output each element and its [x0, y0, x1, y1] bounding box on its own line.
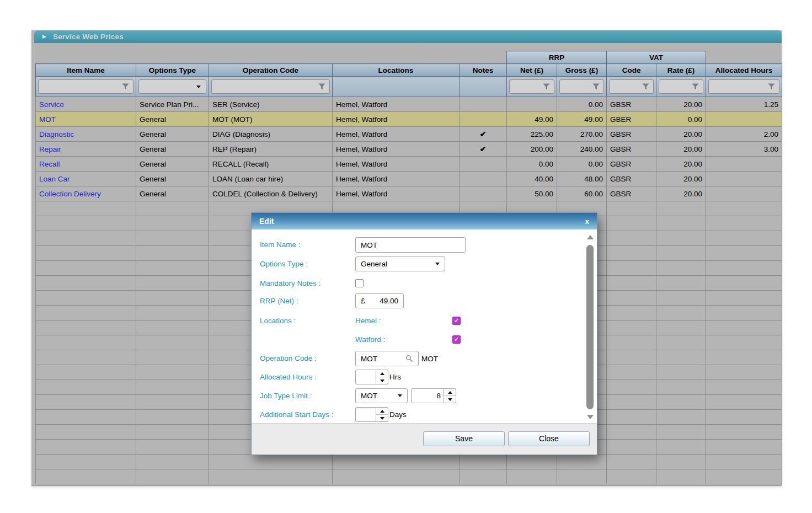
spin-up-icon[interactable]	[376, 408, 388, 414]
col-header-item-name[interactable]: Item Name	[36, 64, 136, 77]
item-link[interactable]: Service	[39, 100, 64, 109]
hemel-label: Hemel :	[355, 317, 381, 325]
spin-down-icon[interactable]	[376, 377, 388, 384]
operation-code-label: Operation Code :	[260, 351, 317, 366]
save-button[interactable]: Save	[423, 431, 505, 446]
col-header-net[interactable]: Net (£)	[507, 64, 557, 77]
cell-net: 200.00	[507, 142, 557, 157]
filter-gross-input[interactable]	[559, 79, 604, 94]
table-row[interactable]: Loan CarGeneralLOAN (Loan car hire)Hemel…	[36, 172, 782, 186]
filter-vat-code-input[interactable]	[609, 79, 654, 94]
allocated-hours-input[interactable]	[355, 370, 376, 384]
table-row[interactable]: MOTGeneralMOT (MOT)Hemel, Watford49.0049…	[36, 112, 782, 127]
filter-operation-code-input[interactable]	[211, 79, 330, 94]
search-icon[interactable]	[405, 355, 413, 362]
cell-vat-code: GBSR	[607, 142, 656, 157]
edit-dialog-titlebar: Edit x	[252, 213, 597, 229]
cell-item-name: Recall	[36, 157, 136, 172]
filter-allocated-hours-input[interactable]	[708, 79, 779, 94]
col-header-gross[interactable]: Gross (£)	[557, 64, 607, 77]
filter-funnel-icon	[692, 83, 699, 90]
cell-gross: 49.00	[557, 112, 607, 127]
collapse-arrow-icon: ▶	[42, 34, 46, 39]
dropdown-caret-icon	[435, 263, 440, 265]
spin-up-icon[interactable]	[444, 389, 456, 396]
spin-down-icon[interactable]	[376, 414, 388, 421]
cell-allocated-hours: 3.00	[706, 142, 782, 157]
cell-net: 0.00	[507, 157, 557, 172]
col-header-operation-code[interactable]: Operation Code	[209, 64, 333, 77]
spin-down-icon[interactable]	[444, 396, 456, 403]
col-header-options-type[interactable]: Options Type	[136, 64, 209, 77]
cell-allocated-hours: 1.25	[706, 97, 782, 112]
item-name-input[interactable]: MOT	[355, 237, 466, 253]
table-row[interactable]: RepairGeneralREP (Repair)Hemel, Watford✔…	[36, 142, 782, 157]
scroll-down-icon[interactable]	[586, 414, 594, 420]
filter-item-name-input[interactable]	[38, 79, 133, 94]
cell-operation-code: REP (Repair)	[209, 142, 333, 157]
filter-net-input[interactable]	[509, 79, 554, 94]
item-link[interactable]: Collection Delivery	[39, 190, 101, 198]
table-row[interactable]: DiagnosticGeneralDIAG (Diagnosis)Hemel, …	[36, 127, 782, 142]
close-icon[interactable]: x	[585, 218, 589, 225]
item-link[interactable]: MOT	[39, 115, 56, 124]
cell-vat-rate: 0.00	[656, 112, 706, 127]
cell-vat-code: GBER	[607, 112, 656, 127]
cell-allocated-hours	[706, 112, 782, 127]
empty-table-row	[36, 455, 782, 469]
job-type-select[interactable]: MOT	[355, 388, 408, 403]
additional-start-days-input[interactable]	[355, 407, 376, 422]
options-type-select[interactable]: General	[355, 256, 445, 271]
item-link[interactable]: Repair	[39, 145, 61, 153]
cell-options-type: General	[136, 142, 209, 157]
cell-options-type: Service Plan Pri...	[136, 97, 209, 112]
filter-vat-rate-input[interactable]	[659, 79, 703, 94]
item-link[interactable]: Recall	[39, 160, 60, 168]
cell-allocated-hours: 2.00	[706, 127, 782, 142]
rrp-net-input[interactable]: £49.00	[355, 293, 404, 308]
cell-item-name: Repair	[36, 142, 136, 157]
col-header-allocated-hours[interactable]: Allocated Hours	[706, 64, 782, 77]
table-row[interactable]: ServiceService Plan Pri...SER (Service)H…	[36, 97, 782, 112]
table-row[interactable]: RecallGeneralRECALL (Recall)Hemel, Watfo…	[36, 157, 782, 172]
cell-vat-code: GBSR	[607, 127, 656, 142]
cell-gross: 240.00	[557, 142, 607, 157]
operation-code-input[interactable]: MOT	[355, 351, 419, 366]
cell-vat-code: GBSR	[607, 97, 656, 112]
cell-locations: Hemel, Watford	[333, 142, 460, 157]
close-button[interactable]: Close	[508, 431, 590, 446]
filter-funnel-icon	[122, 83, 129, 90]
allocated-hours-stepper	[355, 370, 388, 384]
panel-header[interactable]: ▶ Service Web Prices	[34, 30, 782, 43]
mandatory-notes-checkbox[interactable]	[355, 279, 364, 287]
watford-checkbox[interactable]	[452, 335, 461, 344]
spin-up-icon[interactable]	[376, 370, 388, 377]
hemel-checkbox[interactable]	[452, 317, 461, 325]
cell-locations: Hemel, Watford	[333, 127, 460, 142]
scroll-up-icon[interactable]	[586, 234, 594, 241]
item-link[interactable]: Loan Car	[39, 175, 70, 183]
item-link[interactable]: Diagnostic	[39, 130, 74, 138]
group-header-rrp: RRP	[507, 51, 607, 64]
cell-operation-code: LOAN (Loan car hire)	[209, 172, 333, 186]
job-type-limit-input[interactable]: 8	[411, 388, 444, 403]
cell-item-name: Service	[36, 97, 136, 112]
col-header-locations[interactable]: Locations	[333, 64, 460, 77]
cell-notes	[460, 112, 507, 127]
empty-table-row	[36, 469, 782, 484]
col-header-vat-rate[interactable]: Rate (£)	[656, 64, 706, 77]
cell-vat-rate: 20.00	[656, 186, 706, 201]
cell-options-type: General	[136, 157, 209, 172]
cell-notes	[460, 157, 507, 172]
filter-options-type-select[interactable]	[138, 79, 206, 94]
cell-vat-code: GBSR	[607, 186, 656, 201]
col-header-vat-code[interactable]: Code	[607, 64, 656, 77]
cell-options-type: General	[136, 127, 209, 142]
table-row[interactable]: Collection DeliveryGeneralCOLDEL (Collec…	[36, 186, 782, 201]
scrollbar-thumb[interactable]	[586, 245, 594, 409]
cell-gross: 0.00	[557, 97, 607, 112]
additional-start-days-label: Additional Start Days :	[260, 407, 334, 422]
operation-code-resolved: MOT	[421, 355, 438, 363]
cell-locations: Hemel, Watford	[333, 97, 460, 112]
col-header-notes[interactable]: Notes	[460, 64, 507, 77]
